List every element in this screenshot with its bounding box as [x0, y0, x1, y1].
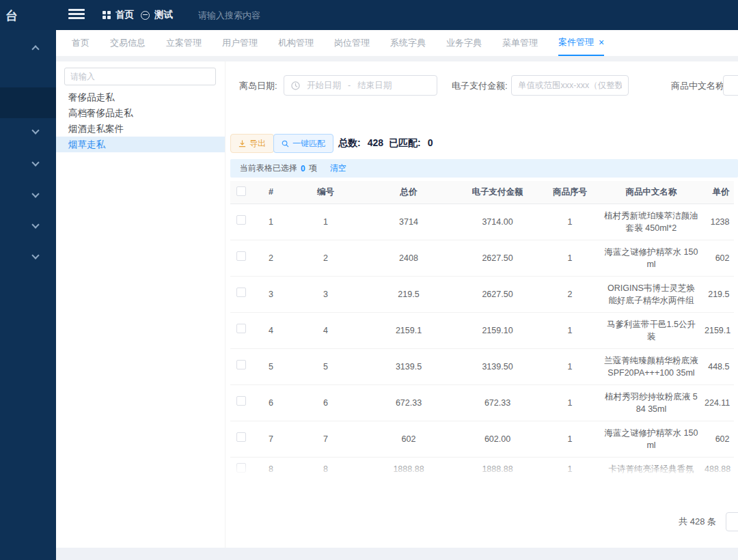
table-row: 33 219.52627.50 2ORIGINS韦博士灵芝焕能好底子精华水两件组…	[230, 276, 734, 312]
table-header-row: # 编号 总价 电子支付金额 商品序号 商品中文名称 单价	[230, 181, 734, 204]
results-table: # 编号 总价 电子支付金额 商品序号 商品中文名称 单价 11 3714371…	[230, 181, 734, 478]
main-panel: 离岛日期: 开始日期 - 结束日期 电子支付金额: 商品中文名称: 导出 一键匹…	[226, 61, 738, 548]
total-value: 428	[368, 137, 383, 150]
hamburger-menu-icon[interactable]	[68, 9, 85, 21]
date-start-placeholder: 开始日期	[307, 80, 341, 92]
col-epay: 电子支付金额	[456, 181, 539, 204]
minus-circle-icon	[141, 11, 150, 20]
chevron-up-icon[interactable]	[31, 45, 39, 53]
tab-org-mgmt[interactable]: 机构管理	[278, 30, 314, 56]
col-seq: 商品序号	[539, 181, 601, 204]
export-button[interactable]: 导出	[230, 134, 274, 153]
matched-value: 0	[428, 137, 433, 150]
tab-menu-mgmt[interactable]: 菜单管理	[502, 30, 538, 56]
topbar: 台 首页 测试 请输入搜索内容	[0, 0, 738, 30]
topnav-test-label: 测试	[154, 9, 173, 21]
date-separator: -	[348, 81, 351, 90]
tab-post-mgmt[interactable]: 岗位管理	[334, 30, 370, 56]
col-unit: 单价	[702, 181, 734, 204]
tab-bar: 首页 交易信息 立案管理 用户管理 机构管理 岗位管理 系统字典 业务字典 菜单…	[56, 30, 738, 56]
tree-item[interactable]: 高档奢侈品走私	[56, 105, 225, 121]
total-label: 总数:	[338, 137, 361, 150]
selection-bar: 当前表格已选择 0 项 清空	[230, 159, 738, 178]
product-name-label: 商品中文名称:	[671, 80, 727, 92]
tab-home[interactable]: 首页	[72, 30, 90, 56]
tree-item[interactable]: 奢侈品走私	[56, 89, 225, 105]
magnifier-icon	[282, 140, 289, 148]
one-click-match-button[interactable]: 一键匹配	[273, 134, 333, 153]
selection-count: 0	[301, 164, 305, 173]
logo-text: 台	[5, 8, 18, 24]
tab-case-mgmt-active[interactable]: 案件管理 ×	[558, 30, 604, 56]
table-row: 44 2159.12159.10 1马爹利蓝带干邑1.5公升装 2159.1	[230, 312, 734, 348]
left-rail	[0, 30, 56, 560]
date-range-picker[interactable]: 开始日期 - 结束日期	[284, 75, 437, 96]
epay-amount-label: 电子支付金额:	[452, 80, 508, 92]
chevron-down-icon[interactable]	[31, 251, 39, 259]
pagination: 共 428 条	[679, 511, 738, 533]
global-search-input[interactable]: 请输入搜索内容	[198, 10, 260, 22]
download-icon	[238, 140, 246, 148]
row-checkbox[interactable]	[236, 432, 246, 442]
rail-selected-item[interactable]	[0, 87, 56, 118]
row-checkbox[interactable]	[236, 251, 246, 261]
col-name: 商品中文名称	[601, 181, 702, 204]
col-total: 总价	[361, 181, 456, 204]
row-checkbox[interactable]	[236, 324, 246, 333]
chevron-down-icon[interactable]	[31, 158, 39, 166]
tab-trade-info[interactable]: 交易信息	[110, 30, 146, 56]
topnav-home-label: 首页	[115, 9, 134, 21]
table-row: 55 3139.53139.50 1兰蔻菁纯臻颜精华粉底液SPF20PA+++1…	[230, 348, 734, 384]
select-all-checkbox[interactable]	[236, 186, 246, 196]
tree-search-input[interactable]	[64, 68, 216, 85]
chevron-down-icon[interactable]	[31, 221, 39, 228]
col-idx: #	[252, 181, 290, 204]
table-row: 11 37143714.00 1植村秀新琥珀臻萃洁颜油套装 450ml*2 12…	[230, 204, 734, 240]
table-row: 88 1888.881888.88 1卡诗菁纯亮泽经典香氛 488.88	[230, 457, 734, 478]
bottom-strip	[56, 548, 738, 560]
clock-icon	[291, 81, 300, 90]
clear-selection-link[interactable]: 清空	[330, 163, 346, 174]
table-row: 22 24082627.50 1海蓝之谜修护精萃水 150ml 602	[230, 240, 734, 276]
row-checkbox[interactable]	[236, 288, 246, 297]
chevron-down-icon[interactable]	[31, 126, 39, 134]
tab-case-filing[interactable]: 立案管理	[166, 30, 202, 56]
tree-item[interactable]: 烟酒走私案件	[56, 121, 225, 137]
col-code: 编号	[290, 181, 361, 204]
topnav-test[interactable]: 测试	[141, 0, 173, 30]
tree-item-selected[interactable]: 烟草走私	[56, 137, 225, 152]
tab-biz-dict[interactable]: 业务字典	[446, 30, 482, 56]
selection-unit: 项	[309, 163, 317, 174]
match-stats: 总数:428 已匹配:0	[338, 137, 433, 150]
gap-strip	[56, 56, 738, 61]
table-row: 77 602602.00 1海蓝之谜修护精萃水 150ml 602	[230, 421, 734, 457]
date-end-placeholder: 结束日期	[357, 80, 392, 92]
chevron-down-icon[interactable]	[31, 190, 39, 197]
pagination-total: 共 428 条	[679, 516, 716, 528]
case-type-panel: 奢侈品走私 高档奢侈品走私 烟酒走私案件 烟草走私	[56, 61, 226, 548]
row-checkbox[interactable]	[236, 360, 246, 369]
product-name-input[interactable]	[723, 75, 738, 96]
row-checkbox[interactable]	[236, 463, 246, 473]
epay-amount-input[interactable]	[511, 75, 629, 96]
topnav-home[interactable]: 首页	[102, 0, 134, 30]
row-checkbox[interactable]	[236, 396, 246, 406]
tab-user-mgmt[interactable]: 用户管理	[222, 30, 258, 56]
date-filter-label: 离岛日期:	[239, 80, 277, 92]
selection-prefix: 当前表格已选择	[240, 163, 297, 174]
table-row: 66 672.33672.33 1植村秀羽纱持妆粉底液 584 35ml 224…	[230, 384, 734, 421]
tab-sys-dict[interactable]: 系统字典	[390, 30, 426, 56]
row-checkbox[interactable]	[236, 215, 246, 225]
page-size-select[interactable]	[726, 512, 738, 531]
grid-icon	[102, 11, 111, 19]
matched-label: 已匹配:	[389, 137, 421, 150]
tab-close-icon[interactable]: ×	[599, 38, 604, 47]
